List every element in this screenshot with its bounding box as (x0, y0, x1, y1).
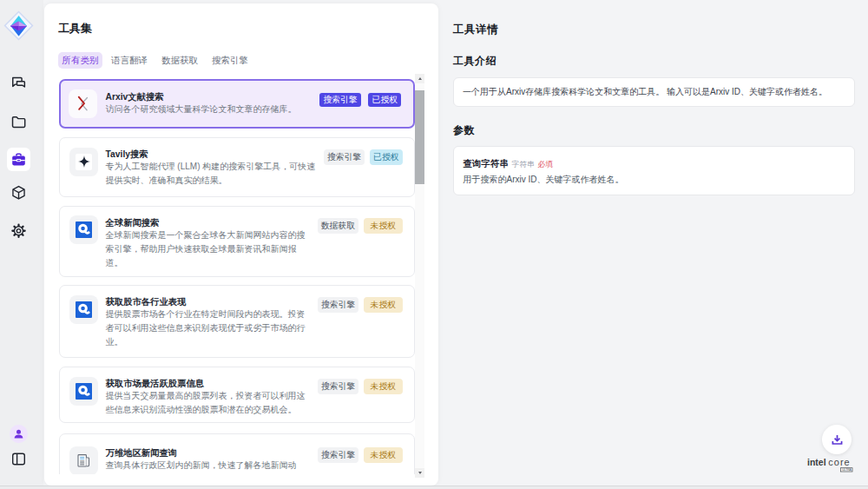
svg-text:core: core (828, 457, 850, 467)
svg-text:ULTRA: ULTRA (842, 468, 852, 472)
svg-text:intel: intel (807, 457, 826, 467)
